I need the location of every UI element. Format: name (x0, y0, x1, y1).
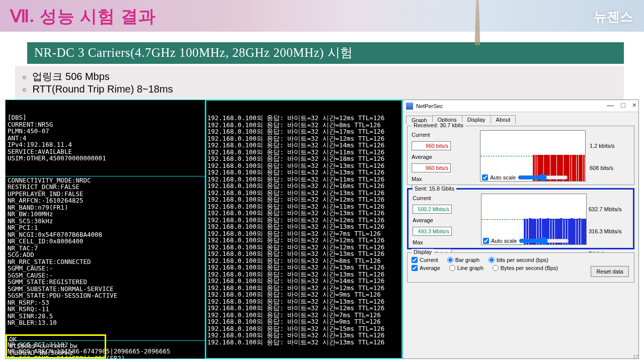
sent-scale-top: 632.7 Mbits/s (589, 206, 629, 212)
legend-sent: Sent: 15.8 Gbits (413, 186, 456, 192)
group-sent: Sent: 15.8 Gbits Current 500.2 Mbits/s63… (407, 188, 634, 249)
netpersec-window: NetPerSec — □ × Graph Options Display Ab… (403, 100, 639, 359)
sent-average-value: 493.3 Mbits/s (413, 227, 452, 236)
window-title: NetPerSec (416, 103, 443, 109)
tab-about[interactable]: About (491, 115, 516, 124)
recv-autoscale-label: Auto scale (490, 174, 516, 180)
recv-average-value: 960 bits/s (412, 163, 451, 172)
recv-scale-top: 1.2 kbits/s (590, 143, 630, 149)
recv-autoscale-checkbox[interactable] (482, 174, 488, 180)
window-titlebar: NetPerSec — □ × (403, 100, 638, 112)
recv-max-label: Max (412, 176, 437, 182)
disp-Bps[interactable]: Bytes per second (Bps) (493, 265, 558, 271)
disp-bargraph[interactable]: Bar graph (447, 257, 479, 263)
recv-scale-slider[interactable] (518, 173, 568, 182)
close-button[interactable]: × (632, 101, 636, 109)
sent-scale-mid: 316.3 Mbits/s (589, 228, 629, 234)
legend-received: Received: 30.7 kbits (412, 122, 465, 128)
group-display: Display Current Bar graph bits per secon… (407, 252, 634, 283)
dbs-block1: [DBS] CURRENT:NR5G PLMN:450-07 ANT:4 IPv… (6, 114, 205, 162)
bullet-list: 업링크 506 Mbps RTT(Round Trip Rime) 8~18ms (15, 66, 624, 100)
legend-display: Display (412, 249, 434, 255)
sent-scale-slider[interactable] (519, 237, 569, 245)
recv-average-label: Average (412, 154, 437, 160)
minimize-button[interactable]: — (607, 101, 614, 109)
sent-autoscale-label: Auto scale (491, 238, 517, 244)
bullet-item: RTT(Round Trip Rime) 8~18ms (22, 83, 617, 95)
tab-display[interactable]: Display (462, 115, 491, 124)
reset-data-button[interactable]: Reset data (591, 266, 629, 277)
maximize-button[interactable]: □ (621, 101, 625, 109)
sent-average-label: Average (413, 217, 438, 223)
slide-title: Ⅶ. 성능 시험 결과 (10, 5, 156, 28)
page-number: 12 (633, 354, 639, 360)
brand-label: 뉴젠스 (594, 8, 633, 26)
app-icon (406, 103, 413, 110)
sent-current-value: 500.2 Mbits/s (413, 205, 452, 214)
sent-max-label: Max (413, 239, 438, 245)
terminal-dbs: [DBS] CURRENT:NR5G PLMN:450-07 ANT:4 IPv… (5, 100, 205, 359)
recv-current-label: Current (412, 132, 437, 138)
disp-bps[interactable]: bits per second (bps) (489, 257, 548, 263)
dbs-current-bw: OK at$$dbs=current_bw CURRENT_BW:300MHz (6, 334, 106, 359)
subtitle-bar: NR-DC 3 Carriers(4.7GHz 100MHz, 28GHz 20… (27, 42, 624, 64)
disp-current[interactable]: Current (412, 257, 438, 263)
disp-average[interactable]: Average (412, 265, 440, 271)
group-received: Received: 30.7 kbits Current 960 bits/s1… (407, 126, 634, 185)
disp-linegraph[interactable]: Line graph (449, 265, 484, 271)
sent-autoscale-checkbox[interactable] (483, 238, 489, 244)
recv-current-value: 960 bits/s (412, 141, 451, 150)
slide-header: Ⅶ. 성능 시험 결과 뉴젠스 (0, 0, 644, 33)
recv-scale-mid: 608 bits/s (590, 165, 630, 171)
tower-decor (473, 0, 482, 45)
sent-current-label: Current (413, 195, 438, 201)
bullet-item: 업링크 506 Mbps (22, 70, 617, 83)
terminal-ping: 192.168.0.100의 응답: 바이트=32 시간=12ms TTL=12… (205, 100, 403, 359)
dbs-block2: CONNECTIVITY_MODE:NRDC RESTRICT_DCNR:FAL… (6, 176, 205, 326)
